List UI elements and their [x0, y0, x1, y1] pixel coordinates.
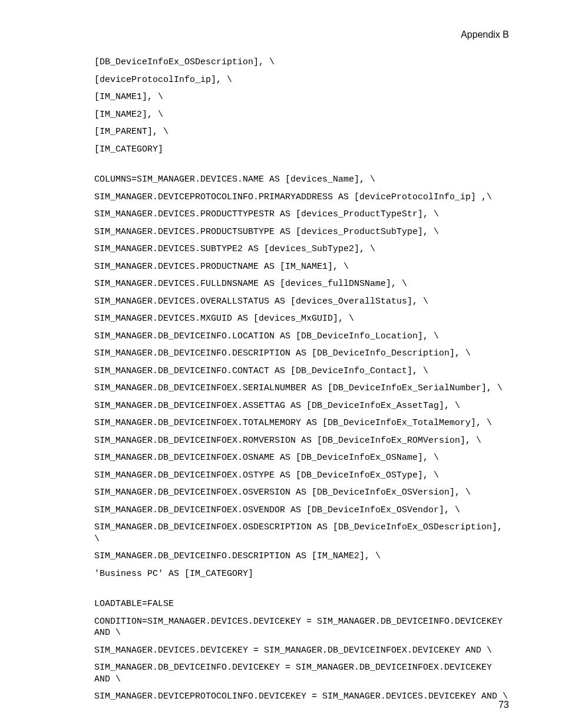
code-line: SIM_MANAGER.DB_DEVICEINFOEX.SERIALNUMBER…: [94, 383, 509, 394]
code-line: SIM_MANAGER.DB_DEVICEINFOEX.OSNAME AS [D…: [94, 452, 509, 464]
code-line: SIM_MANAGER.DB_DEVICEINFO.DEVICEKEY = SI…: [94, 662, 509, 685]
code-line: SIM_MANAGER.DEVICES.PRODUCTNAME AS [IM_N…: [94, 261, 509, 273]
code-body: [DB_DeviceInfoEx_OSDescription], \[devic…: [94, 57, 509, 703]
code-line: [IM_NAME2], \: [94, 109, 509, 121]
code-line: [IM_NAME1], \: [94, 91, 509, 103]
code-line: SIM_MANAGER.DEVICES.PRODUCTTYPESTR AS [d…: [94, 209, 509, 220]
code-line: SIM_MANAGER.DB_DEVICEINFOEX.OSVENDOR AS …: [94, 505, 509, 516]
code-line: SIM_MANAGER.DB_DEVICEINFOEX.OSVERSION AS…: [94, 487, 509, 499]
code-line: [DB_DeviceInfoEx_OSDescription], \: [94, 57, 509, 68]
code-line: [IM_PARENT], \: [94, 126, 509, 138]
code-line: SIM_MANAGER.DEVICES.PRODUCTSUBTYPE AS [d…: [94, 226, 509, 238]
document-page: Appendix B [DB_DeviceInfoEx_OSDescriptio…: [0, 0, 562, 728]
code-line: SIM_MANAGER.DEVICES.MXGUID AS [devices_M…: [94, 313, 509, 325]
code-line: SIM_MANAGER.DEVICEPROTOCOLINFO.PRIMARYAD…: [94, 192, 509, 203]
code-line: SIM_MANAGER.DB_DEVICEINFO.CONTACT AS [DB…: [94, 365, 509, 377]
code-line: SIM_MANAGER.DB_DEVICEINFOEX.OSDESCRIPTIO…: [94, 522, 509, 545]
code-line: [IM_CATEGORY]: [94, 144, 509, 156]
code-line: SIM_MANAGER.DEVICES.FULLDNSNAME AS [devi…: [94, 278, 509, 290]
page-number: 73: [498, 700, 509, 710]
code-line: SIM_MANAGER.DB_DEVICEINFO.DESCRIPTION AS…: [94, 348, 509, 360]
code-line: SIM_MANAGER.DEVICES.OVERALLSTATUS AS [de…: [94, 296, 509, 308]
code-line: SIM_MANAGER.DEVICES.DEVICEKEY = SIM_MANA…: [94, 645, 509, 657]
code-line: LOADTABLE=FALSE: [94, 598, 509, 610]
code-line: CONDITION=SIM_MANAGER.DEVICES.DEVICEKEY …: [94, 616, 509, 639]
code-line: SIM_MANAGER.DB_DEVICEINFOEX.TOTALMEMORY …: [94, 417, 509, 429]
code-line: 'Business PC' AS [IM_CATEGORY]: [94, 568, 509, 580]
code-line: COLUMNS=SIM_MANAGER.DEVICES.NAME AS [dev…: [94, 174, 509, 186]
page-header: Appendix B: [94, 29, 509, 40]
code-line: SIM_MANAGER.DB_DEVICEINFOEX.ASSETTAG AS …: [94, 400, 509, 412]
code-line: SIM_MANAGER.DEVICES.SUBTYPE2 AS [devices…: [94, 243, 509, 255]
blank-line: [94, 161, 509, 174]
code-line: SIM_MANAGER.DEVICEPROTOCOLINFO.DEVICEKEY…: [94, 691, 509, 703]
code-line: [deviceProtocolInfo_ip], \: [94, 74, 509, 86]
code-line: SIM_MANAGER.DB_DEVICEINFOEX.ROMVERSION A…: [94, 435, 509, 447]
code-line: SIM_MANAGER.DB_DEVICEINFO.DESCRIPTION AS…: [94, 551, 509, 562]
code-line: SIM_MANAGER.DB_DEVICEINFO.LOCATION AS [D…: [94, 331, 509, 342]
blank-line: [94, 585, 509, 598]
code-line: SIM_MANAGER.DB_DEVICEINFOEX.OSTYPE AS [D…: [94, 470, 509, 482]
